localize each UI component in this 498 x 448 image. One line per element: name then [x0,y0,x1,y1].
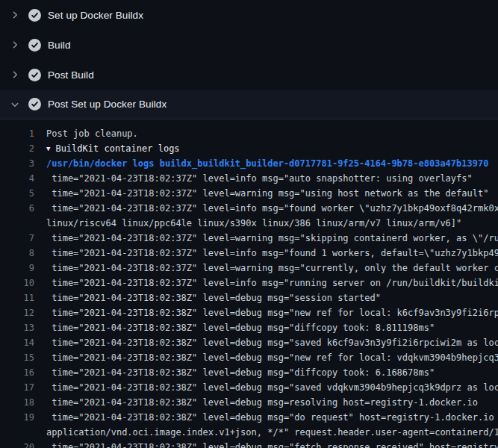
log-text: time="2021-04-23T18:02:37Z" level=info m… [34,171,473,186]
log-text: linux/riscv64 linux/ppc64le linux/s390x … [34,216,461,231]
line-number[interactable]: 20 [0,440,34,448]
line-number[interactable]: 7 [0,231,34,246]
step-title: Post Build [48,69,94,81]
log-text: ▼BuildKit container logs [34,141,180,156]
line-number[interactable]: 4 [0,171,34,186]
log-text: Post job cleanup. [34,126,138,141]
chevron-down-icon [10,100,19,109]
check-circle-icon [28,69,41,81]
group-expanded-triangle-icon: ▼ [46,141,50,156]
step-header-setup-docker-buildx[interactable]: Set up Docker Buildx [0,0,498,30]
log-text: time="2021-04-23T18:02:38Z" level=debug … [34,440,498,448]
line-number[interactable]: 15 [0,350,34,365]
line-number[interactable]: 17 [0,380,34,395]
line-number[interactable]: 16 [0,365,34,380]
step-title: Build [48,40,71,51]
chevron-right-icon [10,40,19,49]
line-number [0,425,34,440]
log-line: 18 time="2021-04-23T18:02:38Z" level=deb… [0,395,498,410]
log-group-toggle-line[interactable]: 2▼BuildKit container logs [0,141,498,156]
step-title: Post Set up Docker Buildx [48,99,166,110]
log-text: time="2021-04-23T18:02:38Z" level=debug … [34,350,498,365]
log-line: 9 time="2021-04-23T18:02:37Z" level=warn… [0,261,498,276]
log-line: 8 time="2021-04-23T18:02:37Z" level=info… [0,246,498,261]
line-number[interactable]: 10 [0,276,34,290]
log-line: linux/riscv64 linux/ppc64le linux/s390x … [0,216,498,231]
log-body: 1Post job cleanup.2▼BuildKit container l… [0,119,498,448]
line-number [0,216,34,231]
line-number[interactable]: 13 [0,320,34,335]
log-text: time="2021-04-23T18:02:38Z" level=debug … [34,290,381,305]
check-circle-icon [28,39,41,52]
command-text: /usr/bin/docker logs buildx_buildkit_bui… [34,156,488,171]
log-line: 11 time="2021-04-23T18:02:38Z" level=deb… [0,290,498,305]
log-text: time="2021-04-23T18:02:38Z" level=debug … [34,305,498,320]
line-number[interactable]: 6 [0,201,34,216]
line-number[interactable]: 14 [0,335,34,350]
log-text: time="2021-04-23T18:02:38Z" level=debug … [34,395,478,410]
line-number[interactable]: 18 [0,395,34,410]
step-header-post-setup-docker-buildx[interactable]: Post Set up Docker Buildx [0,90,498,119]
log-text: time="2021-04-23T18:02:38Z" level=debug … [34,320,435,335]
log-lines: 1Post job cleanup.2▼BuildKit container l… [0,126,498,448]
line-number[interactable]: 9 [0,261,34,276]
log-text: time="2021-04-23T18:02:37Z" level=warnin… [34,261,498,276]
log-line: 4 time="2021-04-23T18:02:37Z" level=info… [0,171,498,186]
line-number[interactable]: 1 [0,126,34,141]
log-line: 12 time="2021-04-23T18:02:38Z" level=deb… [0,305,498,320]
log-line: 10 time="2021-04-23T18:02:37Z" level=inf… [0,276,498,290]
log-text: time="2021-04-23T18:02:37Z" level=info m… [34,276,498,290]
log-text: time="2021-04-23T18:02:37Z" level=info m… [34,246,498,261]
log-line: 15 time="2021-04-23T18:02:38Z" level=deb… [0,350,498,365]
log-line: 1Post job cleanup. [0,126,498,141]
log-line: 14 time="2021-04-23T18:02:38Z" level=deb… [0,335,498,350]
log-text: time="2021-04-23T18:02:37Z" level=warnin… [34,186,488,201]
log-line: 3/usr/bin/docker logs buildx_buildkit_bu… [0,156,498,171]
log-line: application/vnd.oci.image.index.v1+json,… [0,425,498,440]
chevron-right-icon [10,10,19,19]
line-number[interactable]: 11 [0,290,34,305]
line-number[interactable]: 8 [0,246,34,261]
log-text: application/vnd.oci.image.index.v1+json,… [34,425,498,440]
step-header-build[interactable]: Build [0,30,498,60]
log-text: time="2021-04-23T18:02:37Z" level=info m… [34,201,498,216]
check-circle-icon [28,98,41,111]
log-text: time="2021-04-23T18:02:37Z" level=warnin… [34,231,498,246]
line-number[interactable]: 2 [0,141,34,156]
chevron-right-icon [10,70,19,79]
line-number[interactable]: 19 [0,410,34,425]
log-text: time="2021-04-23T18:02:38Z" level=debug … [34,335,498,350]
log-line: 19 time="2021-04-23T18:02:38Z" level=deb… [0,410,498,425]
log-line: 6 time="2021-04-23T18:02:37Z" level=info… [0,201,498,216]
log-text: time="2021-04-23T18:02:38Z" level=debug … [34,380,498,395]
log-line: 13 time="2021-04-23T18:02:38Z" level=deb… [0,320,498,335]
step-header-post-build[interactable]: Post Build [0,60,498,90]
log-text: time="2021-04-23T18:02:38Z" level=debug … [34,365,435,380]
log-line: 16 time="2021-04-23T18:02:38Z" level=deb… [0,365,498,380]
check-circle-icon [28,9,41,22]
log-line: 5 time="2021-04-23T18:02:37Z" level=warn… [0,186,498,201]
line-number[interactable]: 5 [0,186,34,201]
workflow-log-viewer: Set up Docker Buildx Build Post Build Po… [0,0,498,448]
log-line: 17 time="2021-04-23T18:02:38Z" level=deb… [0,380,498,395]
log-line: 20 time="2021-04-23T18:02:38Z" level=deb… [0,440,498,448]
line-number[interactable]: 12 [0,305,34,320]
step-title: Set up Docker Buildx [48,10,143,21]
line-number[interactable]: 3 [0,156,34,171]
log-text: time="2021-04-23T18:02:38Z" level=debug … [34,410,498,425]
log-line: 7 time="2021-04-23T18:02:37Z" level=warn… [0,231,498,246]
